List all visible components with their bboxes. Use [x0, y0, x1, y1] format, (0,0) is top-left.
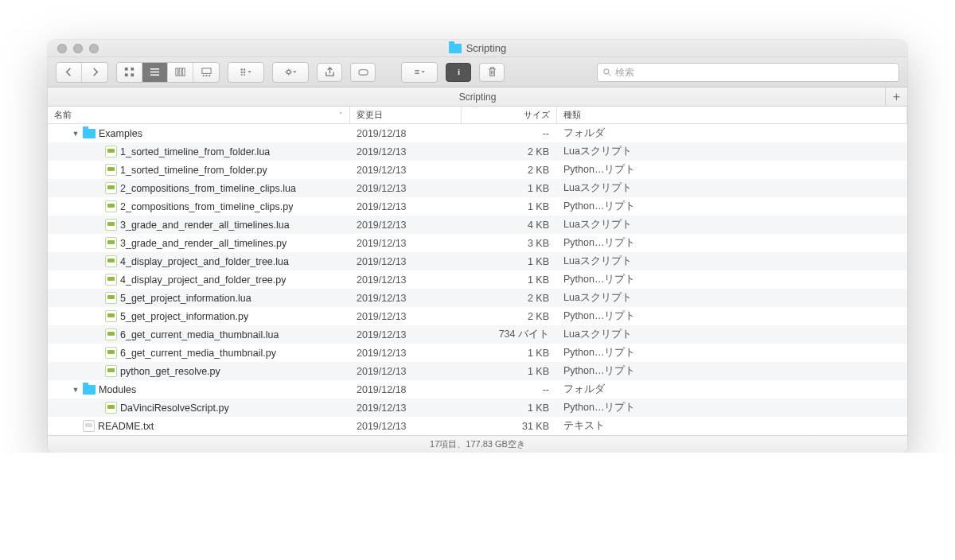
file-row[interactable]: 1_sorted_timeline_from_folder.lua2019/12…: [48, 142, 907, 161]
zoom-button[interactable]: [89, 44, 99, 53]
forward-button[interactable]: [82, 63, 107, 82]
file-row[interactable]: 1_sorted_timeline_from_folder.py2019/12/…: [48, 161, 907, 179]
arrange-button[interactable]: [228, 63, 263, 82]
svg-rect-4: [176, 68, 178, 76]
file-row[interactable]: 5_get_project_information.py2019/12/132 …: [48, 307, 907, 325]
script-file-icon: [105, 274, 117, 286]
cell-date: 2019/12/18: [350, 128, 462, 139]
svg-rect-10: [209, 75, 210, 76]
script-file-icon: [105, 146, 117, 158]
cell-date: 2019/12/13: [350, 421, 462, 432]
svg-rect-15: [244, 72, 245, 73]
cell-kind: Python…リプト: [557, 364, 907, 378]
file-row[interactable]: 3_grade_and_render_all_timelines.lua2019…: [48, 216, 907, 234]
tags-button[interactable]: [350, 63, 376, 82]
script-file-icon: [105, 292, 117, 304]
cell-date: 2019/12/13: [350, 274, 462, 286]
list-view-button[interactable]: [142, 63, 168, 82]
disclosure-triangle[interactable]: ▼: [72, 130, 80, 138]
path-segment[interactable]: Scripting: [459, 91, 497, 103]
cell-size: 1 KB: [462, 348, 557, 359]
cell-name: 1_sorted_timeline_from_folder.lua: [48, 146, 350, 158]
status-text: 17項目、177.83 GB空き: [430, 438, 525, 450]
cell-date: 2019/12/13: [350, 201, 462, 212]
file-row[interactable]: 3_grade_and_render_all_timelines.py2019/…: [48, 234, 907, 252]
folder-icon: [83, 385, 96, 395]
file-name: 5_get_project_information.lua: [120, 293, 251, 304]
file-row[interactable]: 2_compositions_from_timeline_clips.lua20…: [48, 179, 907, 197]
cell-size: 2 KB: [462, 311, 557, 322]
script-file-icon: [105, 365, 117, 377]
header-kind[interactable]: 種類: [557, 107, 907, 123]
file-row[interactable]: 4_display_project_and_folder_tree.py2019…: [48, 270, 907, 289]
header-name[interactable]: 名前 ˄: [48, 107, 350, 123]
cell-size: 31 KB: [462, 421, 557, 432]
file-row[interactable]: DaVinciResolveScript.py2019/12/131 KBPyt…: [48, 399, 907, 417]
gallery-view-button[interactable]: [193, 63, 219, 82]
folder-icon: [449, 44, 462, 53]
cell-date: 2019/12/13: [350, 146, 462, 158]
info-button[interactable]: i: [446, 63, 471, 82]
file-row[interactable]: 6_get_current_media_thumbnail.lua2019/12…: [48, 325, 907, 344]
window-title: Scripting: [48, 42, 907, 54]
cell-name: DaVinciResolveScript.py: [48, 402, 350, 414]
cell-kind: Python…リプト: [557, 309, 907, 323]
trash-icon: [486, 66, 498, 78]
cell-date: 2019/12/18: [350, 384, 462, 395]
minimize-button[interactable]: [73, 44, 83, 53]
search-icon: [602, 68, 612, 77]
file-name: Examples: [99, 128, 142, 139]
file-row[interactable]: 5_get_project_information.lua2019/12/132…: [48, 289, 907, 307]
folder-row[interactable]: ▼Examples2019/12/18--フォルダ: [48, 124, 907, 142]
file-name: 5_get_project_information.py: [120, 311, 248, 322]
cell-size: 3 KB: [462, 238, 557, 249]
share-button[interactable]: [317, 63, 342, 82]
file-name: 4_display_project_and_folder_tree.py: [120, 274, 286, 286]
back-button[interactable]: [57, 63, 82, 82]
search-field[interactable]: [597, 63, 899, 82]
file-name: 2_compositions_from_timeline_clips.py: [120, 201, 293, 212]
cell-size: 2 KB: [462, 165, 557, 176]
search-input[interactable]: [615, 67, 894, 78]
svg-rect-0: [125, 68, 128, 71]
script-file-icon: [105, 255, 117, 267]
add-tab-button[interactable]: +: [885, 88, 907, 107]
svg-point-17: [286, 70, 290, 73]
script-file-icon: [105, 329, 117, 340]
svg-rect-18: [358, 70, 367, 76]
folder-row[interactable]: ▼Modules2019/12/18--フォルダ: [48, 380, 907, 399]
dropdown-button[interactable]: [402, 63, 437, 82]
titlebar: Scripting: [48, 40, 907, 57]
header-size[interactable]: サイズ: [462, 107, 557, 123]
file-row[interactable]: 2_compositions_from_timeline_clips.py201…: [48, 197, 907, 216]
close-button[interactable]: [57, 44, 67, 53]
cell-kind: Python…リプト: [557, 273, 907, 286]
action-button[interactable]: [273, 63, 308, 82]
cell-name: 3_grade_and_render_all_timelines.py: [48, 237, 350, 249]
file-row[interactable]: README.txt2019/12/1331 KBテキスト: [48, 417, 907, 435]
icon-view-button[interactable]: [117, 63, 142, 82]
cell-size: 1 KB: [462, 402, 557, 414]
header-date[interactable]: 変更日: [350, 107, 462, 123]
gear-icon: [285, 66, 297, 78]
gallery-icon: [201, 66, 212, 78]
trash-button[interactable]: [479, 63, 505, 82]
cell-date: 2019/12/13: [350, 220, 462, 231]
svg-rect-1: [131, 68, 134, 71]
columns-icon: [174, 66, 186, 78]
script-file-icon: [105, 219, 117, 231]
plus-icon: +: [893, 90, 900, 104]
cell-size: 734 バイト: [462, 328, 557, 341]
cell-date: 2019/12/13: [350, 402, 462, 414]
svg-point-21: [604, 68, 609, 73]
cell-kind: テキスト: [557, 419, 907, 433]
file-row[interactable]: 6_get_current_media_thumbnail.py2019/12/…: [48, 344, 907, 362]
cell-kind: フォルダ: [557, 383, 907, 396]
column-view-button[interactable]: [168, 63, 193, 82]
file-list: ▼Examples2019/12/18--フォルダ1_sorted_timeli…: [48, 124, 907, 435]
file-row[interactable]: python_get_resolve.py2019/12/131 KBPytho…: [48, 362, 907, 380]
cell-name: 3_grade_and_render_all_timelines.lua: [48, 219, 350, 231]
file-row[interactable]: 4_display_project_and_folder_tree.lua201…: [48, 252, 907, 270]
cell-date: 2019/12/13: [350, 311, 462, 322]
disclosure-triangle[interactable]: ▼: [72, 386, 80, 394]
